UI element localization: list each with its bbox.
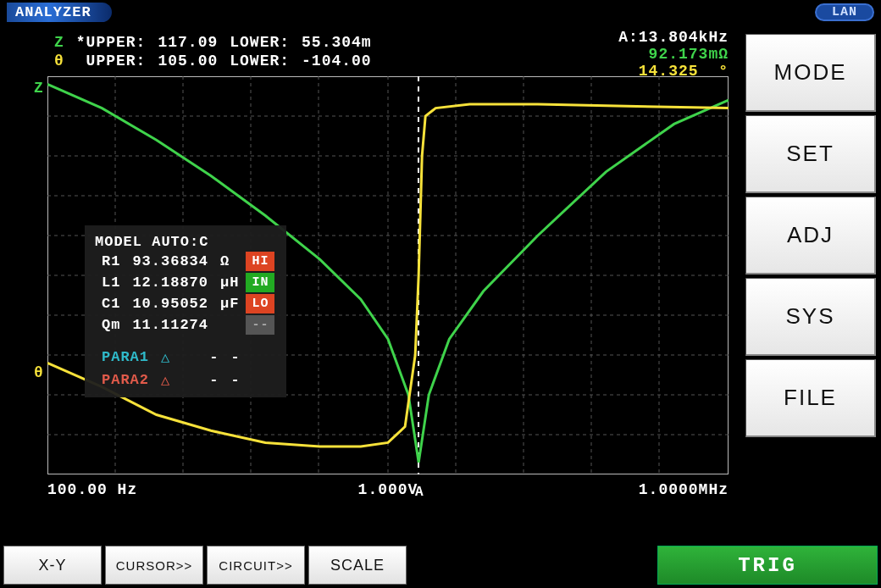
- cursor-readout: A:13.804kHz 92.173mΩ 14.325 °: [618, 29, 729, 80]
- scale-button[interactable]: SCALE: [308, 546, 407, 585]
- y-axis-z-label: Z: [34, 80, 43, 97]
- limit-readouts: Z *UPPER: 117.09 LOWER: 55.304m θ UPPER:…: [47, 32, 379, 71]
- sys-button[interactable]: SYS: [745, 278, 876, 356]
- connection-status: LAN: [815, 3, 874, 21]
- equiv-circuit-panel: MODEL AUTO:C R193.36834ΩHIL112.18870μHIN…: [85, 225, 286, 397]
- app-title: ANALYZER: [7, 3, 112, 22]
- set-button[interactable]: SET: [745, 115, 876, 193]
- xy-button[interactable]: X-Y: [3, 546, 102, 585]
- trig-button[interactable]: TRIG: [657, 546, 878, 585]
- theta-symbol: θ: [49, 53, 69, 69]
- z-symbol: Z: [49, 34, 69, 51]
- file-button[interactable]: FILE: [745, 359, 876, 437]
- x-axis-labels: 100.00 Hz 1.000V 1.0000MHz: [47, 481, 729, 498]
- y-axis-theta-label: θ: [34, 364, 43, 381]
- cursor-button[interactable]: CURSOR>>: [105, 546, 203, 585]
- model-title: MODEL AUTO:C: [95, 234, 276, 250]
- circuit-button[interactable]: CIRCUIT>>: [207, 546, 305, 585]
- mode-button[interactable]: MODE: [745, 34, 876, 112]
- adj-button[interactable]: ADJ: [745, 197, 876, 275]
